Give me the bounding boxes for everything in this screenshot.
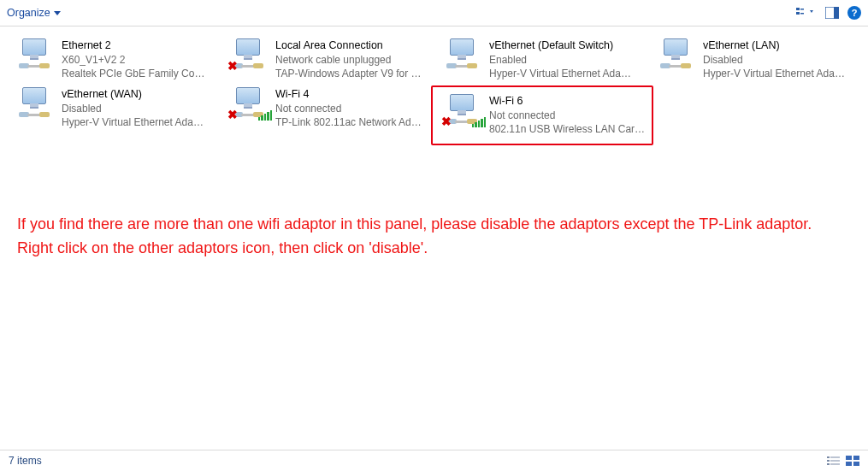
network-adapter-icon xyxy=(15,87,55,120)
status-bar: 7 items xyxy=(0,450,868,471)
svg-rect-10 xyxy=(827,463,830,465)
svg-rect-15 xyxy=(853,462,859,466)
adapter-item[interactable]: vEthernet (LAN)DisabledHyper-V Virtual E… xyxy=(641,35,855,84)
annotation-line2: Right click on the other adaptors icon, … xyxy=(17,237,851,261)
adapter-text: Local Area ConnectionNetwork cable unplu… xyxy=(275,38,422,80)
adapter-text: vEthernet (WAN)DisabledHyper-V Virtual E… xyxy=(62,87,209,129)
adapter-status: Not connected xyxy=(275,102,422,115)
adapter-status: Network cable unplugged xyxy=(275,53,422,67)
svg-rect-6 xyxy=(827,456,830,458)
network-adapter-icon xyxy=(15,38,55,71)
adapter-item[interactable]: ✖Wi-Fi 6Not connected802.11n USB Wireles… xyxy=(431,85,653,144)
svg-rect-7 xyxy=(830,457,840,458)
svg-rect-11 xyxy=(830,464,840,465)
svg-rect-8 xyxy=(827,460,830,462)
svg-rect-13 xyxy=(853,456,859,460)
error-x-icon: ✖ xyxy=(441,115,452,128)
adapter-status: Disabled xyxy=(703,53,850,67)
signal-bars-icon xyxy=(258,110,273,121)
help-icon[interactable]: ? xyxy=(847,6,861,20)
adapter-item[interactable]: vEthernet (Default Switch)EnabledHyper-V… xyxy=(428,35,641,84)
svg-rect-12 xyxy=(846,456,852,460)
error-x-icon: ✖ xyxy=(227,108,238,121)
svg-rect-14 xyxy=(846,462,852,466)
adapter-text: Wi-Fi 6Not connected802.11n USB Wireless… xyxy=(489,94,647,136)
adapter-item[interactable]: Ethernet 2X60_V1+V2 2Realtek PCIe GbE Fa… xyxy=(0,35,214,84)
view-tiles-button[interactable] xyxy=(846,456,859,466)
adapter-item[interactable]: ✖Local Area ConnectionNetwork cable unpl… xyxy=(214,35,428,84)
adapter-status: Enabled xyxy=(489,53,636,67)
error-x-icon: ✖ xyxy=(227,59,238,73)
annotation-line1: If you find there are more than one wifi… xyxy=(17,213,851,237)
svg-rect-9 xyxy=(830,461,840,462)
adapter-status: X60_V1+V2 2 xyxy=(62,53,209,67)
network-adapter-icon: ✖ xyxy=(229,87,269,120)
adapter-text: Wi-Fi 4Not connectedTP-Link 802.11ac Net… xyxy=(275,87,422,129)
adapter-status: Not connected xyxy=(489,109,647,122)
adapter-name: Local Area Connection xyxy=(275,38,422,53)
adapter-text: vEthernet (LAN)DisabledHyper-V Virtual E… xyxy=(703,38,850,80)
adapter-name: vEthernet (LAN) xyxy=(703,38,850,53)
organize-label: Organize xyxy=(7,7,50,19)
adapter-status: Disabled xyxy=(62,102,209,115)
svg-rect-3 xyxy=(800,13,804,15)
toolbar: Organize ? xyxy=(0,0,868,26)
content-area: Ethernet 2X60_V1+V2 2Realtek PCIe GbE Fa… xyxy=(0,26,868,460)
preview-pane-button[interactable] xyxy=(825,7,839,19)
adapter-device: Hyper-V Virtual Ethernet Adapter ... xyxy=(703,67,850,80)
adapter-name: Wi-Fi 6 xyxy=(489,94,647,109)
adapter-device: TP-Link 802.11ac Network Adapter xyxy=(275,115,422,129)
adapters-grid: Ethernet 2X60_V1+V2 2Realtek PCIe GbE Fa… xyxy=(0,35,868,145)
adapter-text: Ethernet 2X60_V1+V2 2Realtek PCIe GbE Fa… xyxy=(62,38,209,80)
adapter-name: vEthernet (WAN) xyxy=(62,87,209,102)
adapter-item[interactable]: vEthernet (WAN)DisabledHyper-V Virtual E… xyxy=(0,84,214,144)
network-adapter-icon: ✖ xyxy=(443,94,482,127)
adapter-name: vEthernet (Default Switch) xyxy=(489,38,636,53)
organize-menu[interactable]: Organize xyxy=(7,7,61,19)
adapter-device: Hyper-V Virtual Ethernet Adapter xyxy=(489,67,636,80)
network-adapter-icon xyxy=(657,38,696,71)
item-count: 7 items xyxy=(9,455,42,467)
adapter-name: Wi-Fi 4 xyxy=(275,87,422,102)
adapter-name: Ethernet 2 xyxy=(62,38,209,53)
svg-rect-1 xyxy=(796,12,800,15)
adapter-item[interactable]: ✖Wi-Fi 4Not connectedTP-Link 802.11ac Ne… xyxy=(214,84,428,144)
signal-bars-icon xyxy=(472,117,487,127)
network-adapter-icon xyxy=(443,38,482,71)
view-details-button[interactable] xyxy=(827,456,841,466)
network-adapter-icon: ✖ xyxy=(229,38,269,71)
adapter-device: TAP-Windows Adapter V9 for Op... xyxy=(275,67,422,80)
adapter-device: Realtek PCIe GbE Family Controll... xyxy=(62,67,209,80)
svg-rect-0 xyxy=(796,8,800,10)
adapter-device: Hyper-V Virtual Ethernet Adapter ... xyxy=(62,115,209,129)
svg-rect-2 xyxy=(800,9,804,10)
annotation-text: If you find there are more than one wifi… xyxy=(17,213,851,261)
chevron-down-icon xyxy=(54,11,61,15)
view-options-button[interactable] xyxy=(796,7,817,19)
adapter-text: vEthernet (Default Switch)EnabledHyper-V… xyxy=(489,38,636,80)
svg-rect-5 xyxy=(834,7,839,19)
adapter-device: 802.11n USB Wireless LAN Card #2 xyxy=(489,122,647,136)
